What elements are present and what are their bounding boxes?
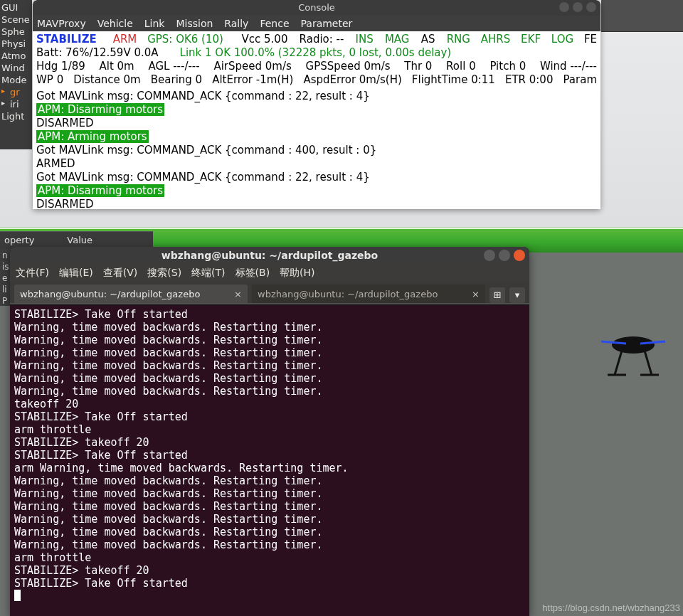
status-field: Pitch 0 — [489, 60, 526, 73]
menu-file[interactable]: 文件(F) — [16, 267, 49, 280]
maximize-icon[interactable] — [499, 250, 510, 261]
menu-link[interactable]: Link — [144, 18, 165, 29]
status-field: GPSSpeed 0m/s — [306, 60, 391, 73]
status-field: Distance 0m — [73, 73, 141, 87]
log-line: APM: Arming motors — [36, 130, 597, 144]
tree-item[interactable]: GUI — [0, 1, 32, 14]
menu-rally[interactable]: Rally — [224, 18, 248, 29]
terminal-titlebar[interactable]: wbzhang@ubuntu: ~/ardupilot_gazebo — [10, 247, 529, 264]
tree-item[interactable]: Light — [0, 110, 32, 122]
menu-parameter[interactable]: Parameter — [301, 18, 353, 29]
radio-label: Radio: -- — [300, 33, 344, 46]
gazebo-right-middle — [529, 253, 683, 616]
rng-label: RNG — [447, 33, 470, 46]
menu-fence[interactable]: Fence — [260, 18, 289, 29]
tab-menu-button[interactable]: ▾ — [509, 287, 525, 303]
status-field: ETR 0:00 — [505, 73, 554, 87]
menu-mission[interactable]: Mission — [176, 18, 213, 29]
tree-item[interactable]: Wind — [0, 62, 32, 74]
status-field: Roll 0 — [446, 60, 476, 73]
watermark-text: https://blog.csdn.net/wbzhang233 — [542, 602, 680, 613]
mode-label: STABILIZE — [36, 33, 97, 46]
tree-item[interactable]: Physi — [0, 38, 32, 50]
fe-label: FE — [584, 33, 597, 46]
log-line: APM: Disarming motors — [36, 103, 597, 117]
menu-vehicle[interactable]: Vehicle — [97, 18, 133, 29]
terminal-body[interactable]: STABILIZE> Take Off started Warning, tim… — [10, 305, 529, 616]
console-status-panel: STABILIZE ARM GPS: OK6 (10) Vcc 5.00 Rad… — [33, 31, 600, 90]
menu-terminal[interactable]: 终端(T) — [191, 267, 225, 280]
gazebo-scene-tree[interactable]: GUI Scene Sphe Physi Atmo Wind Mode gr i… — [0, 0, 32, 149]
as-label: AS — [421, 33, 435, 46]
menu-search[interactable]: 搜索(S) — [147, 267, 181, 280]
tree-item[interactable]: Sphe — [0, 26, 32, 38]
mag-label: MAG — [385, 33, 410, 46]
tree-item[interactable]: Atmo — [0, 50, 32, 62]
menu-view[interactable]: 查看(V) — [103, 267, 138, 280]
status-field: Bearing 0 — [151, 73, 202, 87]
status-field: WP 0 — [36, 73, 63, 87]
arm-label: ARM — [113, 33, 137, 46]
log-line: Got MAVLink msg: COMMAND_ACK {command : … — [36, 144, 597, 157]
menu-mavproxy[interactable]: MAVProxy — [37, 18, 86, 29]
tree-item[interactable]: gr — [0, 86, 32, 98]
status-field: AGL ---/--- — [148, 60, 199, 73]
terminal-tab[interactable]: wbzhang@ubuntu: ~/ardupilot_gazebo × — [252, 285, 485, 303]
tree-item[interactable]: iri — [0, 98, 32, 110]
terminal-menu-bar: 文件(F) 编辑(E) 查看(V) 搜索(S) 终端(T) 标签(B) 帮助(H… — [10, 264, 529, 282]
vcc-label: Vcc 5.00 — [242, 33, 288, 46]
gazebo-right-panel — [601, 0, 683, 32]
tab-close-icon[interactable]: × — [472, 289, 480, 299]
terminal-window: wbzhang@ubuntu: ~/ardupilot_gazebo 文件(F)… — [10, 247, 529, 616]
cursor — [14, 590, 21, 601]
log-label: LOG — [551, 33, 573, 46]
log-line: APM: Disarming motors — [36, 184, 597, 198]
gazebo-property-rows: n is e li P — [0, 249, 11, 306]
status-field: Thr 0 — [404, 60, 432, 73]
ahrs-label: AHRS — [481, 33, 510, 46]
close-icon[interactable] — [586, 2, 596, 12]
prop-row: n — [0, 250, 11, 262]
log-line: Got MAVLink msg: COMMAND_ACK {command : … — [36, 171, 597, 184]
log-line: DISARMED — [36, 117, 597, 130]
prop-row: li — [0, 285, 11, 296]
tree-item[interactable]: Mode — [0, 74, 32, 86]
status-field: Hdg 1/89 — [36, 60, 85, 73]
close-icon[interactable] — [514, 250, 525, 261]
prop-row: e — [0, 273, 11, 285]
status-field: FlightTime 0:11 — [412, 73, 495, 87]
console-log: Got MAVLink msg: COMMAND_ACK {command : … — [33, 90, 600, 209]
new-tab-button[interactable]: ⊞ — [489, 287, 505, 303]
console-title-text: Console — [298, 2, 335, 13]
tree-item[interactable]: Scene — [0, 14, 32, 26]
batt-label: Batt: 76%/12.59V 0.0A — [36, 46, 159, 60]
ins-label: INS — [356, 33, 374, 46]
log-line: ARMED — [36, 157, 597, 171]
minimize-icon[interactable] — [559, 2, 569, 12]
tab-label: wbzhang@ubuntu: ~/ardupilot_gazebo — [258, 289, 438, 299]
ekf-label: EKF — [521, 33, 541, 46]
gps-label: GPS: OK6 (10) — [147, 33, 223, 46]
log-line: Got MAVLink msg: COMMAND_ACK {command : … — [36, 90, 597, 103]
terminal-title-text: wbzhang@ubuntu: ~/ardupilot_gazebo — [162, 250, 378, 261]
status-field: AspdError 0m/s(H) — [303, 73, 401, 87]
console-menu-bar: MAVProxy Vehicle Link Mission Rally Fenc… — [33, 16, 600, 31]
menu-help[interactable]: 帮助(H) — [280, 267, 314, 280]
menu-tabs[interactable]: 标签(B) — [235, 267, 270, 280]
terminal-tab[interactable]: wbzhang@ubuntu: ~/ardupilot_gazebo × — [14, 285, 248, 303]
prop-row: P — [0, 296, 11, 307]
terminal-tab-bar: wbzhang@ubuntu: ~/ardupilot_gazebo × wbz… — [10, 282, 529, 304]
console-titlebar[interactable]: Console — [33, 0, 600, 16]
tab-label: wbzhang@ubuntu: ~/ardupilot_gazebo — [20, 289, 200, 299]
link-label: Link 1 OK 100.0% (32228 pkts, 0 lost, 0.… — [180, 46, 452, 60]
maximize-icon[interactable] — [573, 2, 583, 12]
status-field: Param — [563, 73, 597, 87]
log-line: DISARMED — [36, 198, 597, 209]
prop-row: is — [0, 262, 11, 273]
status-field: AltError -1m(H) — [212, 73, 293, 87]
status-field: Wind ---/--- — [540, 60, 597, 73]
menu-edit[interactable]: 编辑(E) — [59, 267, 93, 280]
tab-close-icon[interactable]: × — [234, 289, 242, 299]
minimize-icon[interactable] — [484, 250, 495, 261]
mavproxy-console-window: Console MAVProxy Vehicle Link Mission Ra… — [33, 0, 600, 209]
